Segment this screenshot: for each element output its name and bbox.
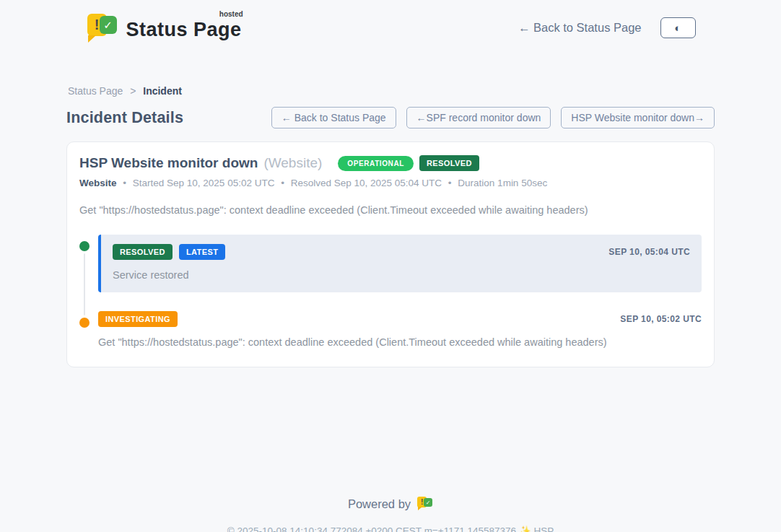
meta-resolved: Resolved Sep 10, 2025 05:04 UTC bbox=[291, 178, 442, 188]
footer: Powered by ! ✓ © 2025-10-08 14:10:34.772… bbox=[66, 496, 715, 532]
meta-started: Started Sep 10, 2025 05:02 UTC bbox=[133, 178, 275, 188]
timeline-dot-investigating bbox=[79, 318, 90, 328]
brand-text: Status Page hosted bbox=[126, 12, 242, 41]
breadcrumb-status-page[interactable]: Status Page bbox=[68, 85, 123, 97]
timeline-timestamp: SEP 10, 05:02 UTC bbox=[620, 314, 702, 324]
brand-logo[interactable]: ! ✓ Status Page hosted bbox=[86, 12, 242, 43]
resolved-status-badge: RESOLVED bbox=[419, 155, 479, 171]
resolved-badge: RESOLVED bbox=[113, 244, 173, 260]
header-back-to-status-page-link[interactable]: ← Back to Status Page bbox=[518, 21, 642, 35]
incident-title: HSP Website monitor down bbox=[79, 155, 258, 171]
investigating-badge: INVESTIGATING bbox=[98, 311, 178, 327]
meta-component: Website bbox=[79, 178, 117, 188]
timeline-timestamp: SEP 10, 05:04 UTC bbox=[608, 247, 690, 257]
incident-nav-buttons: ← Back to Status Page←SPF record monitor… bbox=[271, 107, 715, 128]
sparkles-icon: ✨ bbox=[519, 526, 531, 532]
meta-duration: Duration 1min 50sec bbox=[458, 178, 547, 188]
prev-incident-button[interactable]: ←SPF record monitor down bbox=[406, 107, 551, 128]
timeline-dot-resolved bbox=[79, 241, 90, 251]
timeline-entry-box: INVESTIGATINGSEP 10, 05:02 UTCGet "https… bbox=[98, 311, 702, 348]
logo-bubble-tail bbox=[88, 35, 96, 43]
timeline-message: Get "https://hostedstatus.page": context… bbox=[98, 336, 702, 348]
incident-component: (Website) bbox=[263, 155, 322, 171]
timeline-entry: INVESTIGATINGSEP 10, 05:02 UTCGet "https… bbox=[79, 311, 702, 348]
logo-bubble-tail bbox=[418, 507, 422, 510]
breadcrumb-incident: Incident bbox=[143, 85, 182, 97]
timeline-entry: RESOLVEDLATESTSEP 10, 05:04 UTCService r… bbox=[79, 235, 702, 292]
breadcrumb: Status Page > Incident bbox=[68, 85, 715, 97]
back-to-status-page-button[interactable]: ← Back to Status Page bbox=[271, 107, 396, 128]
breadcrumb-separator: > bbox=[130, 85, 136, 97]
incident-meta: Website • Started Sep 10, 2025 05:02 UTC… bbox=[79, 178, 702, 188]
theme-toggle-button[interactable]: ◐ bbox=[660, 17, 696, 38]
timeline-entry-box: RESOLVEDLATESTSEP 10, 05:04 UTCService r… bbox=[98, 235, 702, 292]
copyright-text: © 2025-10-08 14:10:34.772084 +0200 CEST … bbox=[227, 526, 516, 532]
incident-description: Get "https://hostedstatus.page": context… bbox=[79, 204, 702, 216]
copyright-brand: HSP bbox=[533, 526, 554, 532]
timeline-message: Service restored bbox=[113, 269, 690, 281]
powered-by: Powered by ! ✓ bbox=[348, 496, 433, 512]
checkmark-icon: ✓ bbox=[100, 16, 117, 34]
brand-name: Status Page bbox=[126, 19, 242, 40]
operational-status-badge: OPERATIONAL bbox=[338, 156, 414, 171]
copyright-line: © 2025-10-08 14:10:34.772084 +0200 CEST … bbox=[66, 525, 715, 532]
latest-badge: LATEST bbox=[179, 244, 225, 260]
footer-status-page-logo-icon[interactable]: ! ✓ bbox=[417, 496, 433, 512]
half-circle-theme-icon: ◐ bbox=[674, 22, 681, 33]
main-content: Status Page > Incident Incident Details … bbox=[66, 85, 715, 532]
header: ! ✓ Status Page hosted ← Back to Status … bbox=[0, 0, 781, 51]
brand-hosted-superscript: hosted bbox=[219, 10, 243, 18]
incident-card: HSP Website monitor down (Website) OPERA… bbox=[66, 141, 715, 367]
incident-timeline: RESOLVEDLATESTSEP 10, 05:04 UTCService r… bbox=[79, 235, 702, 348]
powered-by-label: Powered by bbox=[348, 497, 411, 511]
next-incident-button[interactable]: HSP Website monitor down→ bbox=[561, 107, 715, 128]
checkmark-icon: ✓ bbox=[424, 498, 432, 507]
page-title: Incident Details bbox=[66, 109, 183, 127]
status-page-logo-icon: ! ✓ bbox=[86, 12, 118, 43]
